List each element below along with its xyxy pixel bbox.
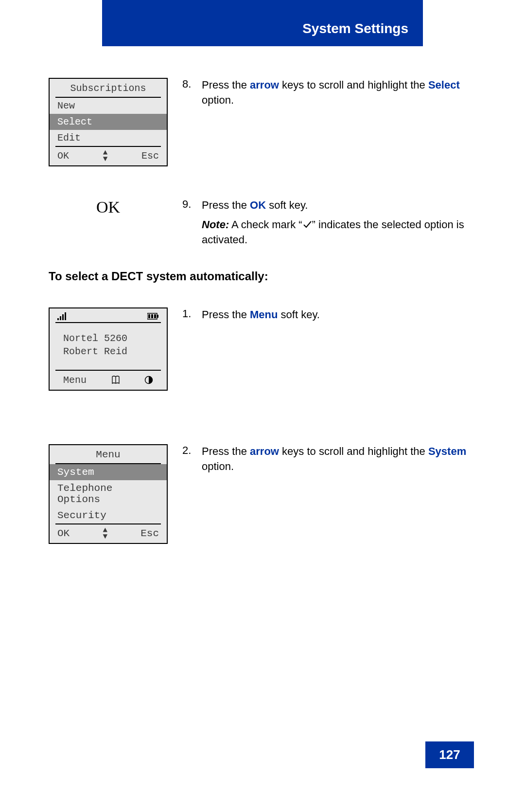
step-8-row: Subscriptions New Select Edit OK ▲▼ Esc … (49, 78, 476, 166)
step-number: 1. (182, 307, 202, 320)
screen-list: System Telephone Options Security (50, 464, 167, 523)
book-icon (111, 375, 120, 385)
screen-title: Subscriptions (55, 79, 161, 98)
screen-menu: Menu System Telephone Options Security O… (49, 444, 168, 544)
screen-menu-wrap: Menu System Telephone Options Security O… (49, 444, 168, 544)
softkey-left: OK (57, 528, 70, 539)
screen-idle-wrap: Nortel 5260 Robert Reid Menu (49, 307, 168, 391)
screen-idle: Nortel 5260 Robert Reid Menu (49, 307, 168, 391)
keyword-ok: OK (250, 199, 266, 211)
note-text: Note: A check mark “” indicates the sele… (202, 217, 476, 248)
step-text: Press the arrow keys to scroll and highl… (202, 444, 476, 474)
battery-icon (147, 313, 159, 320)
screen-subscriptions: Subscriptions New Select Edit OK ▲▼ Esc (49, 78, 168, 166)
list-item: New (50, 98, 167, 114)
svg-rect-8 (154, 314, 156, 318)
svg-rect-5 (157, 315, 158, 318)
page-header: System Settings (102, 0, 423, 46)
idle-line2: Robert Reid (63, 345, 153, 358)
list-item: Edit (50, 130, 167, 146)
keyword-menu: Menu (250, 308, 278, 321)
updown-arrows-icon: ▲▼ (103, 527, 107, 540)
signal-icon (57, 312, 67, 320)
updown-arrows-icon: ▲▼ (103, 150, 108, 162)
section-heading: To select a DECT system automatically: (49, 270, 476, 283)
screen-softbar: OK ▲▼ Esc (55, 523, 161, 543)
svg-rect-7 (151, 314, 153, 318)
step-2-row: Menu System Telephone Options Security O… (49, 444, 476, 544)
step-number: 9. (182, 198, 202, 211)
idle-line1: Nortel 5260 (63, 332, 153, 345)
step-text: Press the OK soft key. (202, 198, 476, 213)
screen-subscriptions-wrap: Subscriptions New Select Edit OK ▲▼ Esc (49, 78, 168, 166)
svg-rect-1 (60, 316, 61, 320)
softkey-right: Esc (141, 150, 159, 162)
step-1: 1. Press the Menu soft key. (182, 307, 476, 323)
contrast-icon (144, 376, 153, 384)
step-9-note: Note: A check mark “” indicates the sele… (182, 217, 476, 248)
screen-title: Menu (55, 445, 161, 464)
keyword-arrow: arrow (250, 79, 279, 91)
note-label: Note: (202, 218, 229, 231)
keyword-system: System (428, 445, 466, 457)
ok-label-wrap: OK (49, 198, 168, 217)
step-number: 8. (182, 78, 202, 90)
list-item-selected: System (50, 464, 167, 480)
softkey-left: OK (57, 150, 69, 162)
idle-topbar (50, 308, 167, 322)
step-text: Press the Menu soft key. (202, 307, 476, 323)
svg-rect-6 (148, 314, 150, 318)
svg-rect-2 (62, 314, 64, 320)
step-9: 9. Press the OK soft key. (182, 198, 476, 213)
softkey-left: Menu (63, 375, 87, 386)
step-text: Press the arrow keys to scroll and highl… (202, 78, 476, 108)
check-icon (302, 219, 312, 229)
step-9-row: OK 9. Press the OK soft key. Note: A che… (49, 198, 476, 253)
screen-softbar: OK ▲▼ Esc (55, 146, 161, 165)
idle-body: Nortel 5260 Robert Reid (50, 323, 167, 370)
step-number: 2. (182, 444, 202, 457)
ok-big-label: OK (96, 198, 120, 217)
step-1-row: Nortel 5260 Robert Reid Menu 1. (49, 307, 476, 391)
screen-list: New Select Edit (50, 98, 167, 146)
step-8: 8. Press the arrow keys to scroll and hi… (182, 78, 476, 108)
page-header-title: System Settings (302, 21, 408, 36)
list-item-selected: Select (50, 114, 167, 130)
keyword-select: Select (428, 79, 460, 91)
list-item: Telephone Options (50, 480, 167, 507)
step-2: 2. Press the arrow keys to scroll and hi… (182, 444, 476, 474)
svg-rect-3 (65, 312, 66, 320)
softkey-right: Esc (140, 528, 159, 539)
list-item: Security (50, 507, 167, 523)
page-number: 127 (425, 741, 474, 768)
keyword-arrow: arrow (250, 445, 279, 457)
idle-softbar: Menu (55, 370, 161, 390)
svg-rect-0 (57, 318, 59, 320)
page-content: Subscriptions New Select Edit OK ▲▼ Esc … (49, 78, 476, 576)
